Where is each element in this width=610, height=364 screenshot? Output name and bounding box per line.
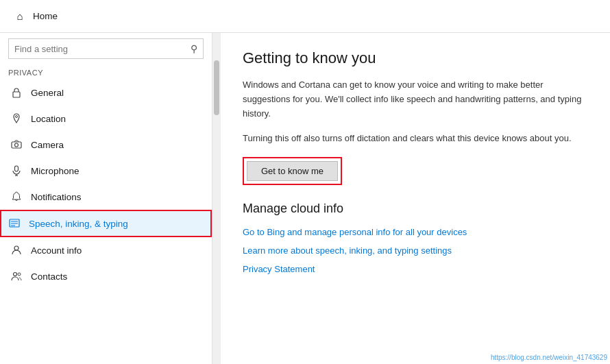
know-me-btn-wrapper: Get to know me (243, 157, 342, 185)
account-icon (10, 244, 23, 256)
location-icon (10, 112, 23, 125)
lock-icon (10, 86, 23, 99)
home-nav-item[interactable]: ⌂ Home (8, 6, 63, 27)
account-label: Account info (31, 245, 82, 256)
svg-point-13 (18, 273, 21, 276)
svg-point-12 (14, 273, 17, 276)
content-desc-1: Windows and Cortana can get to know your… (243, 78, 585, 121)
svg-rect-2 (12, 142, 21, 148)
cloud-info-title: Manage cloud info (243, 202, 588, 216)
contacts-icon (10, 270, 23, 282)
sidebar-item-account[interactable]: Account info (0, 237, 212, 263)
content-desc-2: Turning this off also turns off dictatio… (243, 132, 585, 146)
speech-label: Speech, inking, & typing (29, 219, 128, 229)
sidebar-item-microphone[interactable]: Microphone (0, 158, 212, 184)
nav-items-list: General Location (0, 80, 212, 364)
content-area: Getting to know you Windows and Cortana … (221, 33, 610, 364)
notifications-label: Notifications (31, 192, 82, 202)
svg-point-1 (16, 116, 18, 118)
sidebar-item-camera[interactable]: Camera (0, 132, 212, 158)
svg-rect-4 (15, 166, 19, 171)
scroll-track[interactable] (212, 33, 221, 364)
svg-point-3 (15, 143, 19, 147)
privacy-statement-link[interactable]: Privacy Statement (243, 264, 588, 274)
sidebar-item-contacts[interactable]: Contacts (0, 263, 212, 289)
camera-icon (10, 138, 23, 151)
location-label: Location (31, 114, 66, 124)
cloud-links-list: Go to Bing and manage personal info for … (243, 227, 588, 274)
main-layout: ⚲ Privacy General (0, 33, 610, 364)
camera-label: Camera (31, 140, 64, 150)
content-title: Getting to know you (243, 49, 588, 67)
bing-manage-link[interactable]: Go to Bing and manage personal info for … (243, 227, 588, 237)
search-button[interactable]: ⚲ (191, 43, 197, 54)
search-input[interactable] (14, 44, 186, 54)
home-icon: ⌂ (14, 10, 26, 23)
know-me-button[interactable]: Get to know me (247, 161, 338, 181)
privacy-section-label: Privacy (0, 64, 212, 80)
microphone-label: Microphone (31, 166, 80, 176)
scroll-thumb[interactable] (214, 60, 219, 115)
sidebar: ⚲ Privacy General (0, 33, 212, 364)
sidebar-item-general[interactable]: General (0, 80, 212, 106)
home-label: Home (33, 11, 58, 21)
microphone-icon (10, 165, 23, 177)
speech-settings-link[interactable]: Learn more about speech, inking, and typ… (243, 245, 588, 256)
svg-point-11 (14, 246, 19, 250)
svg-rect-0 (13, 92, 20, 97)
sidebar-item-location[interactable]: Location (0, 106, 212, 132)
search-box[interactable]: ⚲ (8, 38, 204, 59)
general-label: General (31, 88, 64, 98)
sidebar-item-notifications[interactable]: Notifications (0, 184, 212, 210)
sidebar-item-speech[interactable]: Speech, inking, & typing (0, 210, 212, 237)
contacts-label: Contacts (31, 271, 67, 282)
watermark: https://blog.csdn.net/weixin_41743629 (491, 354, 607, 361)
notifications-icon (10, 191, 23, 203)
top-bar: ⌂ Home (0, 0, 610, 33)
speech-icon (8, 217, 21, 230)
